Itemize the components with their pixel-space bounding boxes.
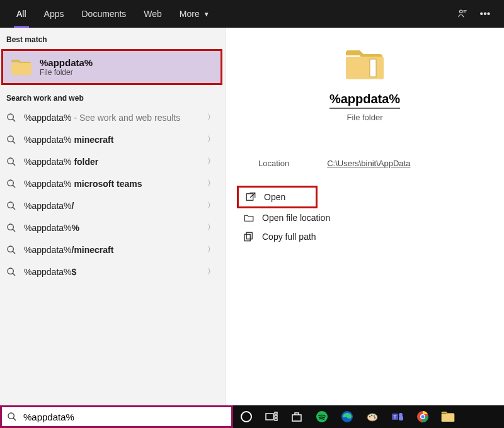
svg-rect-28 <box>275 419 277 420</box>
tab-more[interactable]: More ▼ <box>171 0 219 28</box>
suggestion-item[interactable]: %appdata%/〉 <box>0 194 225 217</box>
chevron-right-icon[interactable]: 〉 <box>203 266 219 277</box>
task-view-icon[interactable] <box>265 410 278 424</box>
action-open[interactable]: Open <box>237 186 318 208</box>
svg-line-24 <box>13 418 16 420</box>
chevron-right-icon[interactable]: 〉 <box>203 156 219 167</box>
chevron-right-icon[interactable]: 〉 <box>203 112 219 123</box>
suggestion-item[interactable]: %appdata% folder〉 <box>0 150 225 172</box>
search-results-area: Best match %appdata% File folder Search … <box>0 28 504 405</box>
options-button[interactable]: ••• <box>474 0 496 28</box>
filter-tabs: All Apps Documents Web More ▼ <box>8 0 219 28</box>
svg-point-35 <box>374 417 376 419</box>
details-subtitle: File folder <box>346 113 382 122</box>
search-icon <box>6 201 16 211</box>
suggestion-item[interactable]: %appdata%$〉 <box>0 261 225 283</box>
suggestion-item[interactable]: %appdata% microsoft teams〉 <box>0 172 225 194</box>
search-icon <box>7 412 17 422</box>
suggestion-item[interactable]: %appdata%%〉 <box>0 217 225 239</box>
location-value[interactable]: C:\Users\binit\AppData <box>327 159 410 168</box>
teams-icon[interactable]: T <box>391 410 404 424</box>
details-title: %appdata% <box>329 92 400 109</box>
open-icon <box>245 191 256 203</box>
svg-rect-18 <box>346 57 384 79</box>
svg-rect-27 <box>275 415 277 417</box>
tab-label: More <box>180 9 200 19</box>
action-label: Open file location <box>262 213 330 223</box>
svg-point-23 <box>8 413 14 419</box>
tab-label: All <box>16 9 26 19</box>
svg-rect-43 <box>442 414 455 422</box>
search-icon <box>6 157 16 167</box>
best-match-title: %appdata% <box>40 57 93 68</box>
taskbar: T <box>0 405 504 428</box>
feedback-button[interactable] <box>451 0 474 28</box>
svg-point-42 <box>421 415 424 418</box>
action-copy-full-path[interactable]: Copy full path <box>241 227 489 246</box>
ellipsis-icon: ••• <box>480 8 491 20</box>
svg-rect-39 <box>399 416 403 420</box>
suggestion-label: %appdata%% <box>24 223 203 233</box>
taskbar-search[interactable] <box>0 405 233 428</box>
suggestion-item[interactable]: %appdata%/minecraft〉 <box>0 239 225 261</box>
tab-label: Apps <box>44 9 64 19</box>
search-web-heading: Search work and web <box>0 86 225 106</box>
svg-rect-25 <box>266 414 273 420</box>
location-label: Location <box>258 159 289 168</box>
svg-point-6 <box>8 158 13 164</box>
search-icon <box>6 267 16 277</box>
search-icon <box>6 113 16 123</box>
suggestion-list: %appdata% - See work and web results〉%ap… <box>0 106 225 283</box>
chrome-icon[interactable] <box>416 410 430 424</box>
search-icon <box>6 223 16 233</box>
best-match-subtitle: File folder <box>40 68 93 77</box>
suggestion-label: %appdata%$ <box>24 267 203 277</box>
results-list-pane: Best match %appdata% File folder Search … <box>0 28 226 405</box>
suggestion-item[interactable]: %appdata% - See work and web results〉 <box>0 106 225 128</box>
svg-line-9 <box>13 185 15 188</box>
tab-web[interactable]: Web <box>135 0 171 28</box>
chevron-right-icon[interactable]: 〉 <box>203 222 219 233</box>
copy-path-icon <box>243 231 255 242</box>
svg-point-32 <box>369 416 371 418</box>
suggestion-label: %appdata%/minecraft <box>24 245 203 255</box>
tab-documents[interactable]: Documents <box>72 0 135 28</box>
svg-rect-19 <box>370 59 376 77</box>
best-match-item[interactable]: %appdata% File folder <box>1 49 222 85</box>
taskbar-icons: T <box>233 405 504 428</box>
svg-line-5 <box>13 141 15 144</box>
svg-point-14 <box>8 246 13 252</box>
svg-line-15 <box>13 251 15 254</box>
paint-icon[interactable] <box>365 410 379 424</box>
svg-text:T: T <box>394 414 397 420</box>
action-open-file-location[interactable]: Open file location <box>241 208 489 227</box>
details-pane: %appdata% File folder Location C:\Users\… <box>226 28 504 405</box>
action-label: Copy full path <box>262 232 316 242</box>
tab-all[interactable]: All <box>8 0 35 28</box>
cortana-icon[interactable] <box>239 410 253 424</box>
suggestion-label: %appdata% - See work and web results <box>24 113 203 123</box>
search-filter-bar: All Apps Documents Web More ▼ ••• <box>0 0 504 28</box>
tab-apps[interactable]: Apps <box>35 0 73 28</box>
details-actions: OpenOpen file locationCopy full path <box>241 186 489 246</box>
store-icon[interactable] <box>290 410 304 424</box>
edge-icon[interactable] <box>340 410 354 424</box>
svg-line-17 <box>13 273 15 276</box>
svg-point-33 <box>371 415 373 417</box>
feedback-icon <box>457 8 468 20</box>
explorer-icon[interactable] <box>441 410 455 424</box>
search-icon <box>6 135 16 145</box>
suggestion-label: %appdata% minecraft <box>24 135 203 145</box>
tab-label: Web <box>144 9 162 19</box>
chevron-right-icon[interactable]: 〉 <box>203 200 219 211</box>
svg-point-2 <box>8 114 13 120</box>
chevron-right-icon[interactable]: 〉 <box>203 244 219 255</box>
tab-label: Documents <box>81 9 126 19</box>
chevron-right-icon[interactable]: 〉 <box>203 178 219 189</box>
chevron-right-icon[interactable]: 〉 <box>203 134 219 145</box>
svg-line-3 <box>13 119 15 121</box>
search-input[interactable] <box>23 412 226 422</box>
suggestion-item[interactable]: %appdata% minecraft〉 <box>0 128 225 150</box>
spotify-icon[interactable] <box>315 410 329 424</box>
svg-rect-1 <box>11 63 32 75</box>
